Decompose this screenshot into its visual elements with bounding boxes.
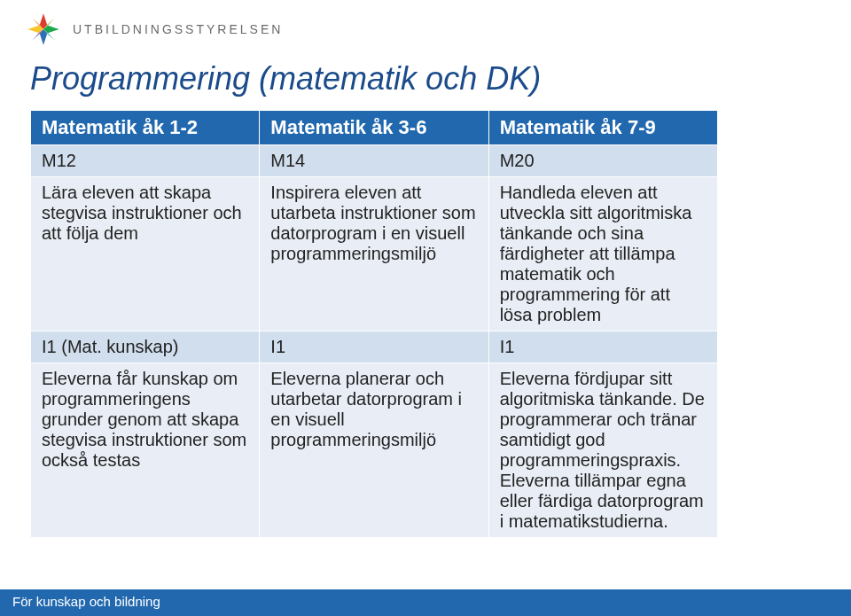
cell-r2c3: Handleda eleven att utveckla sitt algori… <box>488 177 717 331</box>
table-row: Lära eleven att skapa stegvisa instrukti… <box>31 177 718 331</box>
cell-r4c3: Eleverna fördjupar sitt algoritmiska tän… <box>488 363 717 538</box>
cell-r1c2: M14 <box>260 145 488 177</box>
cell-r1c1: M12 <box>31 145 260 177</box>
cell-r3c1: I1 (Mat. kunskap) <box>31 331 260 363</box>
table-row: I1 (Mat. kunskap) I1 I1 <box>31 331 718 363</box>
logo-icon <box>25 11 62 48</box>
table-row: Eleverna får kunskap om programmeringens… <box>31 363 718 538</box>
cell-r3c2: I1 <box>260 331 488 363</box>
header-cell-1: Matematik åk 1-2 <box>31 111 260 145</box>
footer-bar: För kunskap och bildning <box>0 589 851 616</box>
header-cell-2: Matematik åk 3-6 <box>260 111 488 145</box>
page-title: Programmering (matematik och DK) <box>0 48 851 97</box>
cell-r2c1: Lära eleven att skapa stegvisa instrukti… <box>31 177 260 331</box>
cell-r2c2: Inspirera eleven att utarbeta instruktio… <box>260 177 488 331</box>
curriculum-table: Matematik åk 1-2 Matematik åk 3-6 Matema… <box>30 110 718 538</box>
table-row: M12 M14 M20 <box>31 145 718 177</box>
header-cell-3: Matematik åk 7-9 <box>488 111 717 145</box>
cell-r1c3: M20 <box>488 145 717 177</box>
org-name: UTBILDNINGSSTYRELSEN <box>73 22 283 36</box>
cell-r4c1: Eleverna får kunskap om programmeringens… <box>31 363 260 538</box>
header: UTBILDNINGSSTYRELSEN <box>0 0 851 48</box>
slide: UTBILDNINGSSTYRELSEN Programmering (mate… <box>0 0 851 616</box>
table-header-row: Matematik åk 1-2 Matematik åk 3-6 Matema… <box>31 111 718 145</box>
footer-text: För kunskap och bildning <box>12 594 160 609</box>
table-container: Matematik åk 1-2 Matematik åk 3-6 Matema… <box>0 97 851 538</box>
cell-r4c2: Eleverna planerar och utarbetar datorpro… <box>260 363 488 538</box>
cell-r3c3: I1 <box>488 331 717 363</box>
